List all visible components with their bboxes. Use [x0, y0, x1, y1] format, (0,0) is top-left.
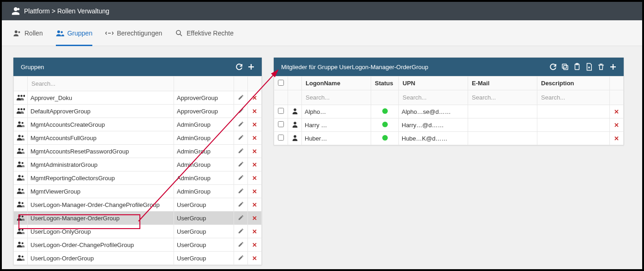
- table-row[interactable]: UserLogon-OrderGroupUserGroup✕: [14, 252, 262, 265]
- edit-button[interactable]: [234, 171, 248, 185]
- svg-point-10: [20, 108, 23, 110]
- col-email[interactable]: E-Mail: [468, 77, 537, 90]
- table-row[interactable]: UserLogon-Manager-OrderGroupUserGroup✕: [14, 212, 262, 225]
- row-checkbox[interactable]: [278, 135, 284, 141]
- table-row[interactable]: DefaultApproverGroupApproverGroup✕: [14, 105, 262, 118]
- table-row[interactable]: MgmtReportingCollectorsGroupAdminGroup✕: [14, 171, 262, 185]
- groups-panel-header: Gruppen: [13, 58, 262, 76]
- table-row[interactable]: MgmtAccountsFullGroupAdminGroup✕: [14, 131, 262, 145]
- group-type: AdminGroup: [174, 185, 234, 198]
- tab-permissions[interactable]: Berechtigungen: [105, 20, 162, 46]
- select-all-checkbox[interactable]: [278, 80, 284, 86]
- svg-point-26: [18, 215, 20, 217]
- svg-point-29: [21, 229, 23, 230]
- refresh-button[interactable]: [547, 61, 559, 73]
- upn: Harry…@d……: [399, 118, 468, 132]
- tab-roles[interactable]: Rollen: [13, 20, 43, 46]
- edit-button[interactable]: [234, 198, 248, 212]
- person-icon: [288, 118, 302, 132]
- delete-button[interactable]: ✕: [610, 105, 624, 118]
- table-row[interactable]: UserLogon-Manager-Order-ChangeProfileGro…: [14, 198, 262, 212]
- delete-button[interactable]: ✕: [248, 238, 262, 252]
- edit-button[interactable]: [234, 238, 248, 252]
- group-name: UserLogon-Manager-Order-ChangeProfileGro…: [28, 198, 174, 212]
- col-desc[interactable]: Description: [537, 77, 610, 90]
- email-search[interactable]: [472, 93, 533, 102]
- table-row[interactable]: MgmtAccountsCreateGroupAdminGroup✕: [14, 118, 262, 131]
- groups-panel: Gruppen Approve: [13, 57, 262, 265]
- table-row[interactable]: Harry …Harry…@d……✕: [274, 118, 624, 132]
- table-row[interactable]: UserLogon-OnlyGroupUserGroup✕: [14, 225, 262, 238]
- groups-name-search[interactable]: [31, 79, 170, 88]
- edit-button[interactable]: [234, 145, 248, 158]
- delete-all-button[interactable]: [595, 61, 607, 73]
- svg-point-38: [294, 108, 296, 111]
- group-name: Approver_Doku: [28, 91, 174, 105]
- delete-button[interactable]: ✕: [248, 158, 262, 171]
- tab-groups[interactable]: Gruppen: [56, 20, 92, 46]
- svg-point-33: [21, 255, 23, 257]
- svg-point-22: [18, 188, 20, 190]
- add-member-button[interactable]: [607, 61, 619, 73]
- col-status[interactable]: Status: [371, 77, 399, 90]
- row-checkbox[interactable]: [278, 108, 284, 114]
- edit-button[interactable]: [234, 252, 248, 265]
- upn: Alpho…se@d……: [399, 105, 468, 118]
- edit-button[interactable]: [234, 158, 248, 171]
- svg-point-39: [294, 122, 296, 124]
- delete-button[interactable]: ✕: [248, 145, 262, 158]
- table-row[interactable]: Huber…Hube…K@d……✕: [274, 132, 624, 145]
- delete-button[interactable]: ✕: [248, 118, 262, 131]
- group-type-icon: [14, 252, 28, 265]
- person-icon: [288, 105, 302, 118]
- upn: Hube…K@d……: [399, 132, 468, 145]
- delete-button[interactable]: ✕: [248, 198, 262, 212]
- table-row[interactable]: MgmtAdministratorGroupAdminGroup✕: [14, 158, 262, 171]
- col-upn[interactable]: UPN: [399, 77, 468, 90]
- col-logon[interactable]: LogonName: [302, 77, 371, 90]
- table-row[interactable]: Approver_DokuApproverGroup✕: [14, 91, 262, 105]
- row-checkbox[interactable]: [278, 121, 284, 127]
- delete-button[interactable]: ✕: [610, 132, 624, 145]
- edit-button[interactable]: [234, 185, 248, 198]
- delete-button[interactable]: ✕: [248, 131, 262, 145]
- edit-button[interactable]: [234, 118, 248, 131]
- delete-button[interactable]: ✕: [610, 118, 624, 132]
- table-row[interactable]: MgmtViewerGroupAdminGroup✕: [14, 185, 262, 198]
- refresh-button[interactable]: [233, 61, 245, 73]
- table-row[interactable]: MgmtAccountsResetPasswordGroupAdminGroup…: [14, 145, 262, 158]
- copy-button[interactable]: [559, 61, 571, 73]
- edit-button[interactable]: [234, 91, 248, 105]
- description: [537, 105, 610, 118]
- groups-panel-title: Gruppen: [21, 64, 233, 71]
- plus-icon: [247, 63, 255, 71]
- group-type: AdminGroup: [174, 118, 234, 131]
- delete-button[interactable]: ✕: [248, 171, 262, 185]
- add-button[interactable]: [245, 61, 257, 73]
- upn-search[interactable]: [403, 93, 464, 102]
- delete-button[interactable]: ✕: [248, 225, 262, 238]
- table-row[interactable]: UserLogon-Order-ChangeProfileGroupUserGr…: [14, 238, 262, 252]
- svg-point-7: [20, 94, 23, 97]
- edit-button[interactable]: [234, 131, 248, 145]
- svg-point-1: [15, 30, 18, 33]
- copy-icon: [561, 63, 569, 71]
- delete-button[interactable]: ✕: [248, 185, 262, 198]
- export-button[interactable]: [583, 61, 595, 73]
- logon-search[interactable]: [306, 93, 367, 102]
- table-row[interactable]: Alpho…Alpho…se@d……✕: [274, 105, 624, 118]
- delete-button[interactable]: ✕: [248, 91, 262, 105]
- svg-point-18: [18, 161, 20, 164]
- tab-effective[interactable]: Effektive Rechte: [175, 20, 234, 46]
- delete-button[interactable]: ✕: [248, 105, 262, 118]
- edit-button[interactable]: [234, 225, 248, 238]
- edit-button[interactable]: [234, 212, 248, 225]
- edit-button[interactable]: [234, 105, 248, 118]
- svg-point-9: [18, 108, 20, 110]
- delete-button[interactable]: ✕: [248, 212, 262, 225]
- delete-button[interactable]: ✕: [248, 252, 262, 265]
- desc-search[interactable]: [541, 93, 606, 102]
- paste-button[interactable]: [571, 61, 583, 73]
- person-icon: [288, 132, 302, 145]
- group-name: UserLogon-OrderGroup: [28, 252, 174, 265]
